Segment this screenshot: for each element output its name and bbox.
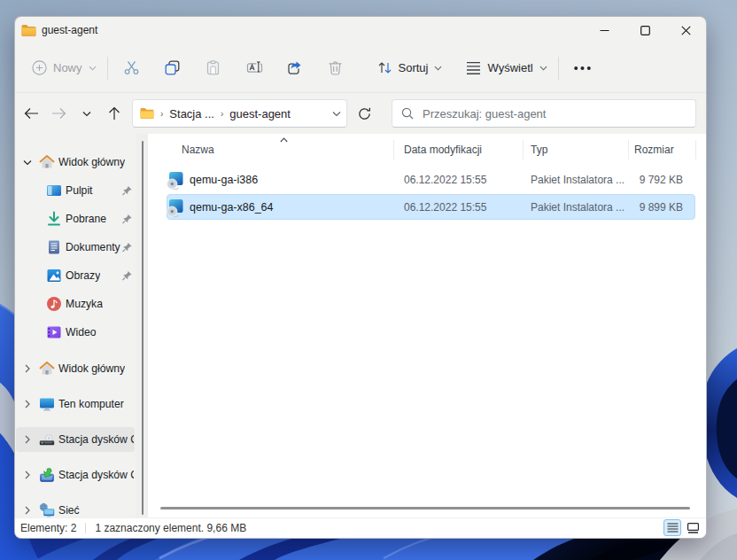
details-view-button[interactable] (663, 519, 681, 536)
tree-item-cd-drive-1[interactable]: Stacja dysków CD (17, 422, 134, 457)
file-name: qemu-ga-x86_64 (190, 201, 274, 214)
sidebar-item-label: Stacja dysków CD (58, 469, 134, 481)
back-button[interactable] (18, 99, 45, 128)
new-button[interactable]: Nowy (27, 53, 104, 83)
share-button[interactable] (277, 52, 313, 84)
document-icon (45, 238, 63, 256)
paste-button[interactable] (196, 52, 231, 84)
sidebar-item-home[interactable]: Widok główny (17, 148, 134, 176)
forward-button[interactable] (45, 99, 73, 128)
desktop-icon (45, 182, 63, 199)
more-button[interactable] (565, 52, 601, 84)
sort-button[interactable]: Sortuj (370, 53, 450, 83)
pin-icon (121, 242, 133, 253)
chevron-collapsed-icon[interactable] (17, 435, 38, 444)
home-icon (38, 360, 56, 377)
search-box[interactable]: Przeszukaj: guest-agent (392, 99, 696, 128)
new-label: Nowy (53, 61, 82, 74)
share-icon (286, 59, 303, 76)
chevron-collapsed-icon[interactable] (17, 364, 38, 373)
search-icon (401, 107, 414, 120)
back-icon (24, 107, 39, 120)
chevron-down-icon (89, 66, 97, 71)
column-header-date[interactable]: Data modyfikacji (394, 134, 524, 166)
sidebar-item-documents[interactable]: Dokumenty (17, 233, 134, 261)
refresh-button[interactable] (350, 99, 378, 128)
pin-icon (121, 185, 133, 197)
cd-drive-icon (38, 431, 56, 448)
file-list: Nazwa Data modyfikacji Typ Rozmiar (148, 134, 706, 517)
recent-locations-button[interactable] (73, 99, 100, 128)
column-header-type[interactable]: Typ (524, 134, 629, 166)
thumbnail-view-icon (687, 523, 699, 533)
status-separator (85, 523, 86, 533)
sidebar-item-music[interactable]: Muzyka (17, 290, 134, 318)
item-count: Elementy: 2 (20, 522, 76, 534)
up-button[interactable] (100, 99, 128, 128)
sidebar-scrollbar[interactable] (136, 134, 148, 517)
toolbar-separator (107, 57, 108, 80)
breadcrumb-current[interactable]: guest-agent (229, 107, 291, 121)
view-button[interactable]: Wyświetl (459, 53, 554, 83)
chevron-collapsed-icon[interactable] (17, 506, 38, 515)
column-header-name[interactable]: Nazwa (148, 134, 394, 166)
horizontal-scrollbar[interactable] (160, 507, 688, 509)
breadcrumb-root[interactable]: Stacja ... (169, 107, 214, 121)
copy-button[interactable] (155, 52, 190, 84)
sidebar-item-videos[interactable]: Wideo (17, 318, 134, 346)
search-placeholder: Przeszukaj: guest-agent (423, 107, 546, 121)
rename-button[interactable] (237, 52, 272, 84)
refresh-icon (358, 107, 371, 121)
horizontal-scrollbar-thumb[interactable] (160, 507, 690, 509)
sidebar-item-label: Widok główny (58, 156, 125, 168)
delete-button[interactable] (318, 52, 353, 84)
network-icon (38, 502, 56, 519)
sidebar-item-downloads[interactable]: Pobrane (17, 205, 134, 233)
file-row-qemu-ga-i386[interactable]: qemu-ga-i386 06.12.2022 15:55 Pakiet Ins… (148, 166, 706, 193)
delete-icon (327, 59, 344, 76)
sidebar-scrollbar-thumb[interactable] (142, 141, 144, 515)
tree-item-home[interactable]: Widok główny (17, 351, 134, 386)
breadcrumb-separator-icon: › (154, 109, 169, 119)
chevron-collapsed-icon[interactable] (17, 471, 38, 479)
column-label: Typ (531, 144, 547, 156)
close-button[interactable] (665, 17, 706, 43)
explorer-window: guest-agent Nowy (14, 16, 707, 539)
sidebar-item-label: Stacja dysków CD (58, 433, 134, 446)
column-divider (695, 140, 696, 159)
minimize-button[interactable] (584, 17, 625, 43)
file-row-qemu-ga-x86_64[interactable]: qemu-ga-x86_64 06.12.2022 15:55 Pakiet I… (148, 193, 706, 221)
sidebar-item-label: Obrazy (66, 269, 100, 282)
file-name-cell: qemu-ga-x86_64 (148, 198, 394, 216)
sort-ascending-icon (280, 137, 288, 143)
minimize-icon (600, 26, 609, 35)
sidebar-item-label: Sieć (58, 504, 80, 517)
selection-info: 1 zaznaczony element. 9,66 MB (95, 522, 246, 534)
tree-item-cd-drive-2[interactable]: Stacja dysków CD (17, 457, 134, 493)
address-bar[interactable]: › Stacja ... › guest-agent (132, 99, 347, 128)
maximize-icon (640, 26, 650, 35)
sidebar-item-label: Widok główny (58, 362, 125, 375)
sidebar-item-pictures[interactable]: Obrazy (17, 261, 134, 290)
up-icon (108, 106, 120, 121)
rename-icon (245, 59, 263, 76)
navigation-bar: › Stacja ... › guest-agent Przeszukaj: g… (15, 93, 706, 134)
tree-item-this-pc[interactable]: Ten komputer (17, 386, 134, 422)
new-icon (32, 60, 47, 75)
dvd-drive-icon (38, 466, 56, 484)
chevron-collapsed-icon[interactable] (17, 400, 38, 408)
maximize-button[interactable] (625, 17, 665, 43)
music-icon (45, 295, 63, 313)
sidebar-item-label: Dokumenty (66, 241, 120, 253)
thumbnail-view-button[interactable] (684, 519, 702, 536)
file-size-cell: 9 899 KB (629, 201, 696, 214)
file-date-cell: 06.12.2022 15:55 (394, 201, 524, 214)
column-header-size[interactable]: Rozmiar (629, 134, 696, 166)
chevron-expanded-icon[interactable] (17, 159, 38, 166)
more-icon (574, 66, 591, 70)
address-dropdown-icon[interactable] (332, 111, 341, 117)
sidebar-item-desktop[interactable]: Pulpit (17, 176, 134, 205)
column-label: Nazwa (182, 144, 214, 156)
cut-button[interactable] (114, 52, 150, 84)
installer-file-icon (167, 198, 184, 216)
